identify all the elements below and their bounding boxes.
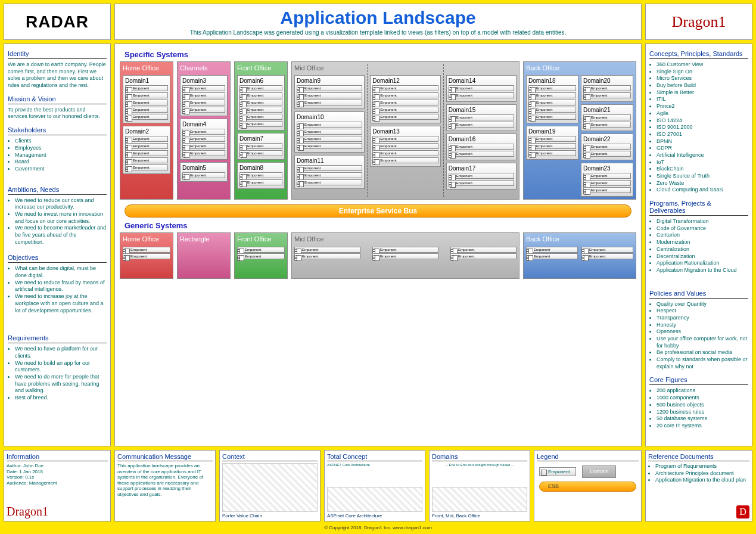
component[interactable]: Emponent: [526, 247, 578, 253]
component[interactable]: Emponent: [239, 85, 282, 91]
component[interactable]: Emponent: [528, 92, 576, 98]
component[interactable]: Emponent: [123, 247, 170, 253]
domain13[interactable]: Domain13EmponentEmponentEmponentEmponent: [370, 126, 440, 167]
component[interactable]: Emponent: [528, 150, 576, 156]
component[interactable]: Emponent: [125, 114, 168, 120]
component[interactable]: Emponent: [581, 253, 633, 259]
component[interactable]: Emponent: [372, 92, 438, 98]
component[interactable]: Emponent: [528, 107, 576, 113]
component[interactable]: Emponent: [239, 114, 282, 120]
component[interactable]: Emponent: [449, 180, 514, 186]
domain19[interactable]: Domain19EmponentEmponentEmponent: [526, 126, 578, 160]
component[interactable]: Emponent: [583, 85, 631, 91]
domain21[interactable]: Domain21EmponentEmponent: [581, 104, 633, 131]
component[interactable]: Emponent: [449, 122, 514, 128]
component[interactable]: Emponent: [372, 114, 438, 120]
component[interactable]: Emponent: [297, 143, 362, 149]
component[interactable]: Emponent: [237, 247, 285, 253]
component[interactable]: Emponent: [125, 85, 168, 91]
component[interactable]: Emponent: [583, 187, 631, 193]
domain12[interactable]: Domain12EmponentEmponentEmponentEmponent…: [370, 75, 440, 123]
component[interactable]: Emponent: [372, 107, 438, 113]
component[interactable]: Emponent: [450, 247, 517, 253]
component[interactable]: Emponent: [450, 253, 517, 259]
domain2[interactable]: Domain2EmponentEmponentEmponentEmponentE…: [123, 126, 170, 174]
component[interactable]: Emponent: [528, 143, 576, 149]
domain3[interactable]: Domain3EmponentEmponentEmponentEmponent: [180, 75, 228, 116]
component[interactable]: Emponent: [583, 92, 631, 98]
component[interactable]: Emponent: [583, 151, 631, 157]
component[interactable]: Emponent: [583, 180, 631, 186]
component[interactable]: Emponent: [372, 247, 438, 253]
component[interactable]: Emponent: [237, 253, 285, 259]
component[interactable]: Emponent: [583, 144, 631, 150]
domain10[interactable]: Domain10EmponentEmponentEmponentEmponent: [294, 111, 365, 153]
domain1[interactable]: Domain1EmponentEmponentEmponentEmponentE…: [123, 75, 170, 123]
component[interactable]: Emponent: [294, 247, 360, 253]
component[interactable]: Emponent: [528, 136, 576, 142]
component[interactable]: Emponent: [449, 151, 514, 157]
domain9[interactable]: Domain9EmponentEmponentEmponent: [294, 75, 365, 109]
component[interactable]: Emponent: [297, 165, 362, 171]
domain16[interactable]: Domain16EmponentEmponent: [446, 134, 517, 160]
component[interactable]: Emponent: [372, 100, 438, 105]
domain14[interactable]: Domain14EmponentEmponent: [446, 75, 517, 102]
component[interactable]: Emponent: [528, 114, 576, 120]
component[interactable]: Emponent: [182, 85, 225, 91]
component[interactable]: Emponent: [182, 107, 225, 113]
component[interactable]: Emponent: [182, 129, 225, 135]
component[interactable]: Emponent: [239, 150, 282, 156]
component[interactable]: Emponent: [294, 253, 360, 259]
component[interactable]: Emponent: [182, 92, 225, 98]
domain11[interactable]: Domain11EmponentEmponentEmponent: [294, 155, 365, 189]
component[interactable]: Emponent: [372, 253, 438, 259]
component[interactable]: Emponent: [581, 247, 633, 253]
component[interactable]: Emponent: [528, 100, 576, 105]
domain23[interactable]: Domain23EmponentEmponentEmponent: [581, 163, 633, 197]
component[interactable]: Emponent: [123, 253, 170, 259]
component[interactable]: Emponent: [125, 107, 168, 113]
domain17[interactable]: Domain17EmponentEmponent: [446, 163, 517, 190]
component[interactable]: Emponent: [239, 100, 282, 105]
component[interactable]: Emponent: [239, 121, 282, 127]
component[interactable]: Emponent: [372, 85, 438, 91]
component[interactable]: Emponent: [449, 173, 514, 179]
component[interactable]: Emponent: [297, 100, 362, 105]
domain7[interactable]: Domain7EmponentEmponent: [237, 133, 285, 160]
component[interactable]: Emponent: [449, 85, 514, 91]
component[interactable]: Emponent: [449, 144, 514, 150]
domain18[interactable]: Domain18EmponentEmponentEmponentEmponent…: [526, 75, 578, 123]
component[interactable]: Emponent: [297, 179, 362, 185]
domain5[interactable]: Domain5Emponent: [180, 162, 228, 182]
component[interactable]: Emponent: [125, 136, 168, 142]
component[interactable]: Emponent: [182, 172, 225, 178]
component[interactable]: Emponent: [239, 92, 282, 98]
component[interactable]: Emponent: [449, 92, 514, 98]
component[interactable]: Emponent: [297, 172, 362, 178]
domain20[interactable]: Domain20EmponentEmponent: [581, 75, 633, 102]
component[interactable]: Emponent: [125, 157, 168, 163]
component[interactable]: Emponent: [239, 179, 282, 185]
component[interactable]: Emponent: [528, 85, 576, 91]
component[interactable]: Emponent: [182, 143, 225, 149]
component[interactable]: Emponent: [182, 136, 225, 142]
domain15[interactable]: Domain15EmponentEmponent: [446, 104, 517, 131]
domain8[interactable]: Domain8EmponentEmponent: [237, 162, 285, 189]
component[interactable]: Emponent: [372, 143, 438, 149]
domain22[interactable]: Domain22EmponentEmponent: [581, 134, 633, 160]
component[interactable]: Emponent: [125, 164, 168, 170]
component[interactable]: Emponent: [583, 122, 631, 128]
component[interactable]: Emponent: [239, 143, 282, 149]
component[interactable]: Emponent: [125, 92, 168, 98]
domain4[interactable]: Domain4EmponentEmponentEmponentEmponent: [180, 119, 228, 160]
component[interactable]: Emponent: [239, 107, 282, 113]
component[interactable]: Emponent: [182, 100, 225, 105]
component[interactable]: Emponent: [449, 114, 514, 120]
component[interactable]: Emponent: [182, 150, 225, 156]
component[interactable]: Emponent: [297, 136, 362, 142]
component[interactable]: Emponent: [297, 122, 362, 128]
component[interactable]: Emponent: [526, 253, 578, 259]
component[interactable]: Emponent: [297, 92, 362, 98]
component[interactable]: Emponent: [239, 172, 282, 178]
component[interactable]: Emponent: [297, 129, 362, 135]
